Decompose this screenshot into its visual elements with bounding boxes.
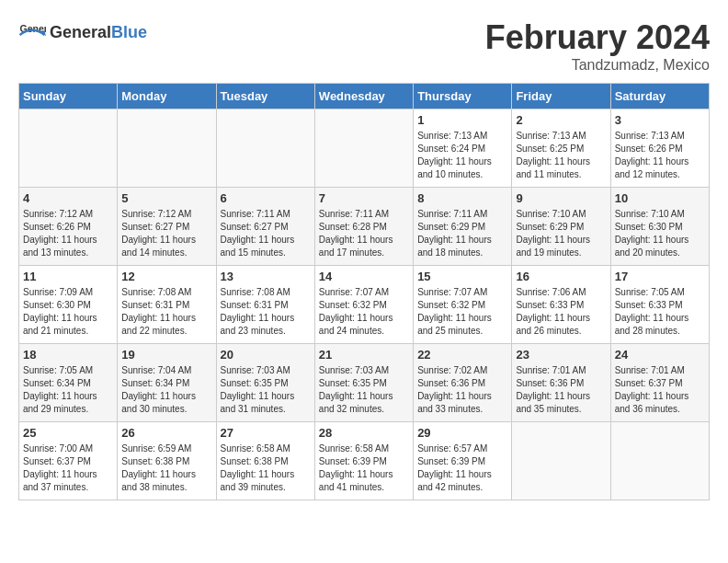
weekday-header-sunday: Sunday — [19, 84, 118, 109]
day-info: Sunrise: 6:58 AMSunset: 6:38 PMDaylight:… — [221, 442, 311, 494]
calendar-cell: 4Sunrise: 7:12 AMSunset: 6:26 PMDaylight… — [19, 188, 118, 266]
day-info: Sunrise: 7:11 AMSunset: 6:27 PMDaylight:… — [221, 208, 311, 259]
day-number: 13 — [221, 270, 311, 283]
weekday-header-tuesday: Tuesday — [216, 84, 314, 109]
day-info: Sunrise: 7:00 AMSunset: 6:37 PMDaylight:… — [23, 442, 113, 494]
day-info: Sunrise: 7:12 AMSunset: 6:27 PMDaylight:… — [121, 208, 211, 259]
calendar-week-row: 1Sunrise: 7:13 AMSunset: 6:24 PMDaylight… — [19, 109, 710, 188]
calendar-cell: 23Sunrise: 7:01 AMSunset: 6:36 PMDayligh… — [512, 344, 610, 422]
calendar-cell: 25Sunrise: 7:00 AMSunset: 6:37 PMDayligh… — [19, 422, 118, 500]
calendar-cell: 5Sunrise: 7:12 AMSunset: 6:27 PMDaylight… — [118, 188, 216, 266]
calendar-cell — [314, 109, 413, 188]
calendar-cell — [118, 109, 216, 188]
day-number: 27 — [221, 426, 311, 440]
day-number: 1 — [417, 113, 507, 127]
calendar-cell: 6Sunrise: 7:11 AMSunset: 6:27 PMDaylight… — [216, 188, 314, 266]
calendar-cell: 16Sunrise: 7:06 AMSunset: 6:33 PMDayligh… — [512, 266, 610, 344]
day-number: 16 — [516, 270, 606, 283]
page-header: General GeneralBlue February 2024 Tandzu… — [18, 18, 710, 74]
weekday-header-monday: Monday — [118, 84, 216, 109]
day-info: Sunrise: 7:01 AMSunset: 6:37 PMDaylight:… — [615, 364, 705, 416]
logo-text-general: General — [50, 23, 111, 42]
day-number: 3 — [615, 113, 705, 127]
day-number: 28 — [319, 426, 409, 440]
day-number: 2 — [516, 113, 606, 127]
calendar-cell: 19Sunrise: 7:04 AMSunset: 6:34 PMDayligh… — [118, 344, 216, 422]
calendar-cell: 17Sunrise: 7:05 AMSunset: 6:33 PMDayligh… — [610, 266, 709, 344]
calendar-cell: 11Sunrise: 7:09 AMSunset: 6:30 PMDayligh… — [19, 266, 118, 344]
day-number: 5 — [121, 191, 211, 205]
day-info: Sunrise: 7:13 AMSunset: 6:24 PMDaylight:… — [417, 130, 507, 181]
calendar-cell — [610, 422, 709, 500]
day-info: Sunrise: 7:12 AMSunset: 6:26 PMDaylight:… — [23, 208, 113, 259]
day-number: 29 — [417, 426, 507, 440]
day-number: 14 — [319, 270, 409, 283]
day-info: Sunrise: 7:04 AMSunset: 6:34 PMDaylight:… — [121, 364, 211, 416]
day-info: Sunrise: 7:10 AMSunset: 6:29 PMDaylight:… — [516, 208, 606, 259]
day-number: 4 — [23, 191, 113, 205]
title-block: February 2024 Tandzumadz, Mexico — [485, 18, 710, 74]
day-info: Sunrise: 6:59 AMSunset: 6:38 PMDaylight:… — [121, 442, 211, 494]
day-number: 17 — [615, 270, 705, 283]
calendar-cell: 22Sunrise: 7:02 AMSunset: 6:36 PMDayligh… — [414, 344, 512, 422]
day-info: Sunrise: 7:13 AMSunset: 6:25 PMDaylight:… — [516, 130, 606, 181]
day-info: Sunrise: 7:05 AMSunset: 6:34 PMDaylight:… — [23, 364, 113, 416]
day-number: 21 — [319, 348, 409, 362]
calendar-week-row: 18Sunrise: 7:05 AMSunset: 6:34 PMDayligh… — [19, 344, 710, 422]
weekday-header-row: SundayMondayTuesdayWednesdayThursdayFrid… — [19, 84, 710, 109]
month-title: February 2024 — [485, 18, 710, 57]
calendar-body: 1Sunrise: 7:13 AMSunset: 6:24 PMDaylight… — [19, 109, 710, 500]
day-number: 7 — [319, 191, 409, 205]
calendar-cell: 1Sunrise: 7:13 AMSunset: 6:24 PMDaylight… — [414, 109, 512, 188]
calendar-week-row: 11Sunrise: 7:09 AMSunset: 6:30 PMDayligh… — [19, 266, 710, 344]
day-info: Sunrise: 7:03 AMSunset: 6:35 PMDaylight:… — [221, 364, 311, 416]
calendar-cell: 3Sunrise: 7:13 AMSunset: 6:26 PMDaylight… — [610, 109, 709, 188]
day-number: 10 — [615, 191, 705, 205]
calendar-table: SundayMondayTuesdayWednesdayThursdayFrid… — [18, 83, 710, 500]
calendar-cell — [512, 422, 610, 500]
calendar-cell — [216, 109, 314, 188]
calendar-cell: 26Sunrise: 6:59 AMSunset: 6:38 PMDayligh… — [118, 422, 216, 500]
day-info: Sunrise: 7:06 AMSunset: 6:33 PMDaylight:… — [516, 286, 606, 338]
day-number: 6 — [221, 191, 311, 205]
calendar-cell: 27Sunrise: 6:58 AMSunset: 6:38 PMDayligh… — [216, 422, 314, 500]
calendar-cell: 14Sunrise: 7:07 AMSunset: 6:32 PMDayligh… — [314, 266, 413, 344]
day-number: 15 — [417, 270, 507, 283]
calendar-cell: 15Sunrise: 7:07 AMSunset: 6:32 PMDayligh… — [414, 266, 512, 344]
day-number: 23 — [516, 348, 606, 362]
calendar-cell: 12Sunrise: 7:08 AMSunset: 6:31 PMDayligh… — [118, 266, 216, 344]
day-number: 18 — [23, 348, 113, 362]
weekday-header-thursday: Thursday — [414, 84, 512, 109]
day-info: Sunrise: 7:05 AMSunset: 6:33 PMDaylight:… — [615, 286, 705, 338]
day-number: 24 — [615, 348, 705, 362]
calendar-cell: 18Sunrise: 7:05 AMSunset: 6:34 PMDayligh… — [19, 344, 118, 422]
day-info: Sunrise: 6:57 AMSunset: 6:39 PMDaylight:… — [417, 442, 507, 494]
day-info: Sunrise: 7:10 AMSunset: 6:30 PMDaylight:… — [615, 208, 705, 259]
day-number: 22 — [417, 348, 507, 362]
day-info: Sunrise: 7:11 AMSunset: 6:29 PMDaylight:… — [417, 208, 507, 259]
day-number: 19 — [121, 348, 211, 362]
location-subtitle: Tandzumadz, Mexico — [485, 57, 710, 74]
day-info: Sunrise: 7:13 AMSunset: 6:26 PMDaylight:… — [615, 130, 705, 181]
day-info: Sunrise: 6:58 AMSunset: 6:39 PMDaylight:… — [319, 442, 409, 494]
calendar-cell: 20Sunrise: 7:03 AMSunset: 6:35 PMDayligh… — [216, 344, 314, 422]
day-info: Sunrise: 7:03 AMSunset: 6:35 PMDaylight:… — [319, 364, 409, 416]
calendar-cell: 7Sunrise: 7:11 AMSunset: 6:28 PMDaylight… — [314, 188, 413, 266]
day-number: 8 — [417, 191, 507, 205]
calendar-header: SundayMondayTuesdayWednesdayThursdayFrid… — [19, 84, 710, 109]
day-info: Sunrise: 7:11 AMSunset: 6:28 PMDaylight:… — [319, 208, 409, 259]
day-info: Sunrise: 7:08 AMSunset: 6:31 PMDaylight:… — [121, 286, 211, 338]
calendar-cell: 10Sunrise: 7:10 AMSunset: 6:30 PMDayligh… — [610, 188, 709, 266]
calendar-cell: 29Sunrise: 6:57 AMSunset: 6:39 PMDayligh… — [414, 422, 512, 500]
day-number: 25 — [23, 426, 113, 440]
day-info: Sunrise: 7:08 AMSunset: 6:31 PMDaylight:… — [221, 286, 311, 338]
calendar-cell: 9Sunrise: 7:10 AMSunset: 6:29 PMDaylight… — [512, 188, 610, 266]
calendar-week-row: 25Sunrise: 7:00 AMSunset: 6:37 PMDayligh… — [19, 422, 710, 500]
day-number: 11 — [23, 270, 113, 283]
calendar-cell: 2Sunrise: 7:13 AMSunset: 6:25 PMDaylight… — [512, 109, 610, 188]
calendar-cell: 28Sunrise: 6:58 AMSunset: 6:39 PMDayligh… — [314, 422, 413, 500]
day-number: 20 — [221, 348, 311, 362]
weekday-header-saturday: Saturday — [610, 84, 709, 109]
day-info: Sunrise: 7:02 AMSunset: 6:36 PMDaylight:… — [417, 364, 507, 416]
weekday-header-friday: Friday — [512, 84, 610, 109]
